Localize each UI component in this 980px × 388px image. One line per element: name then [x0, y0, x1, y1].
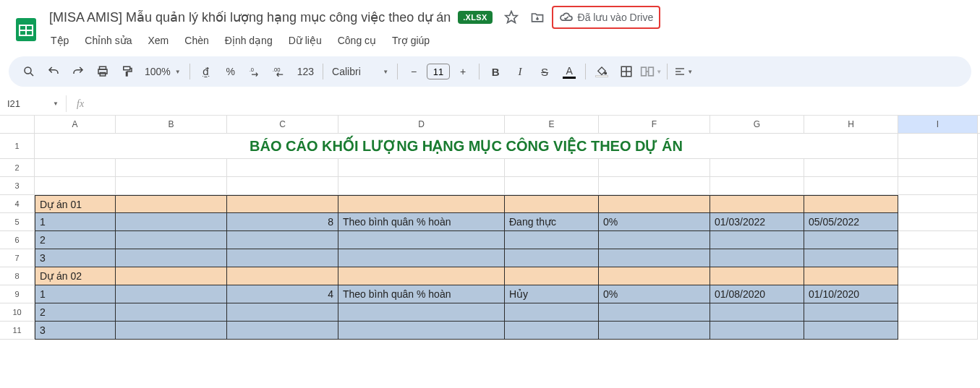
- row-header[interactable]: 5: [0, 213, 35, 231]
- cell[interactable]: [338, 303, 505, 322]
- cell[interactable]: [505, 322, 599, 340]
- cell[interactable]: [898, 213, 978, 231]
- row-header[interactable]: 11: [0, 322, 35, 340]
- cell[interactable]: [804, 249, 898, 267]
- row-header[interactable]: 7: [0, 249, 35, 267]
- cell[interactable]: Hủy: [505, 285, 599, 303]
- paint-format-icon[interactable]: [116, 61, 139, 82]
- cell[interactable]: [227, 322, 338, 340]
- cell[interactable]: Dự án 02: [35, 267, 116, 285]
- decrease-font-icon[interactable]: −: [402, 61, 425, 82]
- cell[interactable]: [898, 249, 978, 267]
- cell[interactable]: [710, 231, 804, 249]
- cell[interactable]: [898, 195, 978, 213]
- row-header[interactable]: 10: [0, 303, 35, 322]
- row-header[interactable]: 8: [0, 267, 35, 285]
- print-icon[interactable]: [91, 61, 114, 82]
- merge-cells-button[interactable]: ▼: [639, 61, 662, 82]
- cell[interactable]: 0%: [599, 285, 710, 303]
- cell[interactable]: 2: [35, 231, 116, 249]
- horizontal-align-button[interactable]: ▼: [672, 61, 695, 82]
- font-dropdown[interactable]: Calibri▼: [328, 66, 393, 77]
- menu-data[interactable]: Dữ liệu: [287, 32, 323, 49]
- cell[interactable]: [116, 159, 227, 177]
- cell[interactable]: Theo bình quân % hoàn: [338, 285, 505, 303]
- text-color-button[interactable]: A: [558, 61, 581, 82]
- cell[interactable]: [710, 177, 804, 195]
- cell[interactable]: [898, 285, 978, 303]
- cell[interactable]: [599, 231, 710, 249]
- cell[interactable]: 1: [35, 285, 116, 303]
- cell[interactable]: [116, 195, 227, 213]
- cell[interactable]: [898, 267, 978, 285]
- cell[interactable]: [599, 249, 710, 267]
- cell[interactable]: [116, 285, 227, 303]
- cell[interactable]: [505, 303, 599, 322]
- cell[interactable]: [710, 322, 804, 340]
- font-size-input[interactable]: 11: [427, 64, 450, 79]
- cell[interactable]: [227, 303, 338, 322]
- cell[interactable]: [227, 177, 338, 195]
- cell[interactable]: [898, 231, 978, 249]
- cell[interactable]: Dự án 01: [35, 195, 116, 213]
- menu-insert[interactable]: Chèn: [183, 32, 210, 49]
- cell[interactable]: [505, 195, 599, 213]
- cell[interactable]: [227, 267, 338, 285]
- cell[interactable]: [804, 159, 898, 177]
- cell[interactable]: [227, 231, 338, 249]
- cell[interactable]: [710, 159, 804, 177]
- cell[interactable]: [505, 231, 599, 249]
- col-header-H[interactable]: H: [804, 116, 898, 133]
- cell[interactable]: Theo bình quân % hoàn: [338, 213, 505, 231]
- cell[interactable]: [804, 231, 898, 249]
- col-header-A[interactable]: A: [35, 116, 116, 133]
- col-header-G[interactable]: G: [710, 116, 804, 133]
- document-title[interactable]: [MISA AMIS] Mẫu quản lý khối lượng hạng …: [49, 9, 451, 25]
- number-format-button[interactable]: 123: [293, 66, 318, 77]
- row-header[interactable]: 3: [0, 177, 35, 195]
- cell[interactable]: [804, 322, 898, 340]
- cell[interactable]: [505, 177, 599, 195]
- cell[interactable]: [804, 195, 898, 213]
- cell[interactable]: 01/03/2022: [710, 213, 804, 231]
- star-icon[interactable]: [504, 10, 519, 25]
- cell[interactable]: [338, 159, 505, 177]
- cell[interactable]: [227, 159, 338, 177]
- cell[interactable]: 8: [227, 213, 338, 231]
- bold-button[interactable]: B: [484, 61, 507, 82]
- search-icon[interactable]: [17, 61, 41, 82]
- menu-edit[interactable]: Chỉnh sửa: [83, 32, 133, 49]
- cell[interactable]: 4: [227, 285, 338, 303]
- cell[interactable]: [710, 195, 804, 213]
- cell[interactable]: Đang thực: [505, 213, 599, 231]
- move-folder-icon[interactable]: [530, 10, 545, 25]
- cell[interactable]: [599, 159, 710, 177]
- zoom-dropdown[interactable]: 100%▼: [140, 66, 185, 77]
- cell[interactable]: [116, 177, 227, 195]
- cell[interactable]: 3: [35, 322, 116, 340]
- undo-icon[interactable]: [42, 61, 65, 82]
- cell[interactable]: [116, 267, 227, 285]
- increase-decimal-icon[interactable]: .00: [268, 61, 291, 82]
- cell[interactable]: [505, 249, 599, 267]
- cell[interactable]: [505, 267, 599, 285]
- cell[interactable]: [710, 249, 804, 267]
- cell[interactable]: 05/05/2022: [804, 213, 898, 231]
- cell[interactable]: [338, 231, 505, 249]
- cell[interactable]: [35, 177, 116, 195]
- cell[interactable]: [599, 267, 710, 285]
- cell[interactable]: 01/08/2020: [710, 285, 804, 303]
- cell[interactable]: [599, 177, 710, 195]
- cell[interactable]: [116, 303, 227, 322]
- cell[interactable]: [898, 134, 978, 159]
- cell[interactable]: [227, 195, 338, 213]
- formula-bar[interactable]: [94, 101, 980, 107]
- italic-button[interactable]: I: [508, 61, 532, 82]
- col-header-E[interactable]: E: [505, 116, 599, 133]
- report-title-cell[interactable]: BÁO CÁO KHỐI LƯỢNG HẠNG MỤC CÔNG VIỆC TH…: [35, 134, 898, 159]
- cell[interactable]: [505, 159, 599, 177]
- cell[interactable]: [116, 231, 227, 249]
- cell[interactable]: [227, 249, 338, 267]
- cell[interactable]: [804, 177, 898, 195]
- row-header[interactable]: 9: [0, 285, 35, 303]
